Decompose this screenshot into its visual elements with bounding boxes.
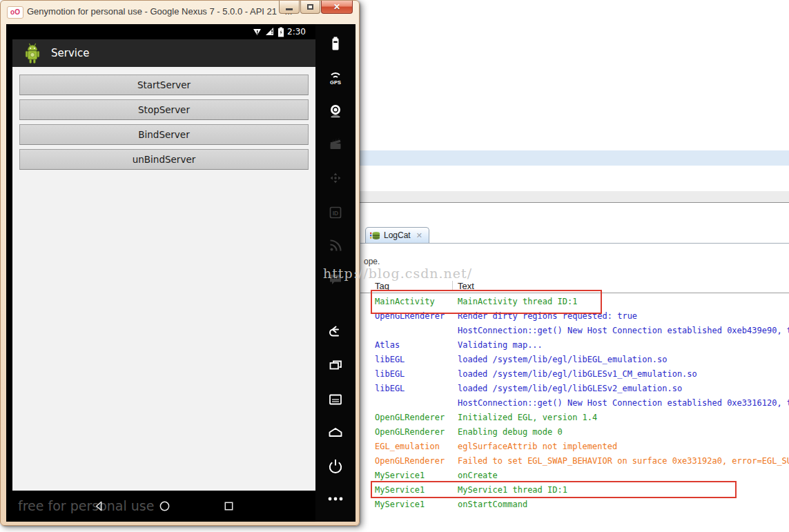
column-header-text[interactable]: Text: [452, 281, 789, 291]
gps-label: GPS: [330, 79, 341, 86]
recent-apps-icon[interactable]: [327, 357, 344, 374]
logcat-row[interactable]: AtlasValidating map...: [360, 337, 789, 352]
minimize-icon: [286, 8, 293, 10]
log-tag: OpenGLRenderer: [360, 311, 452, 321]
logcat-row[interactable]: libEGLloaded /system/lib/egl/libGLESv2_e…: [360, 381, 789, 395]
app-title: Service: [51, 47, 89, 59]
gps-icon[interactable]: GPS: [327, 69, 344, 88]
menu-icon[interactable]: [327, 391, 344, 408]
log-text: Enabling debug mode 0: [452, 427, 789, 437]
log-text: loaded /system/lib/egl/libEGL_emulation.…: [452, 355, 789, 364]
logcat-row[interactable]: OpenGLRendererFailed to set EGL_SWAP_BEH…: [360, 453, 789, 468]
device-screen: 2:30 Service StartServer: [6, 24, 355, 522]
log-tag: MyService1: [360, 500, 452, 509]
back-icon[interactable]: [327, 324, 344, 341]
logcat-table-header: Tag Text: [360, 279, 789, 293]
wifi-status-icon: [253, 27, 262, 37]
dpad-icon[interactable]: [327, 170, 344, 186]
logcat-row[interactable]: MyService1onStartCommand: [360, 497, 789, 511]
android-app: 2:30 Service StartServer: [12, 24, 315, 522]
tab-close-icon[interactable]: ✕: [416, 231, 422, 240]
column-header-tag[interactable]: Tag: [360, 281, 452, 291]
battery-status-icon: [277, 27, 284, 37]
camera-icon[interactable]: [327, 103, 344, 119]
logcat-row[interactable]: MainActivityMainActivity thread ID:1: [360, 294, 789, 308]
minimize-button[interactable]: [279, 1, 300, 14]
logcat-search-hint-partial: ope.: [364, 257, 380, 266]
tab-logcat[interactable]: LogCat ✕: [365, 227, 429, 243]
log-text: Failed to set EGL_SWAP_BEHAVIOR on surfa…: [452, 456, 789, 466]
free-license-watermark: free for personal use: [18, 498, 154, 513]
cell-signal-status-icon: [265, 27, 275, 37]
log-text: eglSurfaceAttrib not implemented: [452, 442, 789, 451]
log-tag: MainActivity: [360, 297, 452, 306]
stopserver-button[interactable]: StopServer: [19, 99, 309, 120]
android-nav-bar: free for personal use: [12, 491, 315, 522]
logcat-row[interactable]: EGL_emulationeglSurfaceAttrib not implem…: [360, 439, 789, 453]
log-text: HostConnection::get() New Host Connectio…: [452, 326, 789, 335]
battery-icon[interactable]: [327, 35, 344, 52]
log-tag: libEGL: [360, 369, 452, 379]
unbindserver-button[interactable]: unBindServer: [19, 149, 309, 170]
id-label: ID: [333, 210, 339, 217]
tab-logcat-label: LogCat: [384, 230, 411, 240]
bindserver-button[interactable]: BindServer: [19, 124, 309, 145]
maximize-button[interactable]: [300, 1, 320, 14]
log-text: MainActivity thread ID:1: [452, 297, 789, 306]
log-tag: MyService1: [360, 485, 452, 495]
network-icon[interactable]: [327, 237, 344, 254]
startserver-button[interactable]: StartServer: [19, 75, 309, 95]
android-robot-icon: [22, 41, 43, 65]
log-tag: libEGL: [360, 384, 452, 393]
logcat-tab-row: LogCat ✕: [360, 227, 789, 244]
window-title: Genymotion for personal use - Google Nex…: [27, 6, 292, 17]
clock: 2:30: [287, 27, 306, 37]
csdn-watermark: http://blog.csdn.net/: [323, 266, 472, 281]
logcat-row[interactable]: MyService1MyService1 thread ID:1: [360, 482, 789, 497]
log-text: HostConnection::get() New Host Connectio…: [452, 398, 789, 408]
action-bar: Service: [12, 39, 315, 67]
logcat-icon: [370, 230, 380, 241]
logcat-row[interactable]: HostConnection::get() New Host Connectio…: [360, 395, 789, 410]
logcat-table: MainActivityMainActivity thread ID:1 Ope…: [360, 294, 789, 511]
power-icon[interactable]: [326, 457, 345, 476]
log-tag: OpenGLRenderer: [360, 456, 452, 466]
back-nav-icon[interactable]: [93, 500, 105, 512]
logcat-row[interactable]: libEGLloaded /system/lib/egl/libEGL_emul…: [360, 352, 789, 366]
genymotion-logo-icon: oO: [7, 6, 23, 19]
more-icon[interactable]: [325, 494, 346, 504]
log-text: Initialized EGL, version 1.4: [452, 413, 789, 422]
recents-nav-icon[interactable]: [223, 500, 235, 512]
logcat-row[interactable]: OpenGLRendererRender dirty regions reque…: [360, 308, 789, 323]
log-text: onCreate: [452, 471, 789, 480]
device-id-icon[interactable]: ID: [327, 204, 344, 221]
logcat-row[interactable]: HostConnection::get() New Host Connectio…: [360, 323, 789, 337]
logcat-row[interactable]: libEGLloaded /system/lib/egl/libGLESv1_C…: [360, 366, 789, 381]
log-tag: Atlas: [360, 340, 452, 350]
log-text: loaded /system/lib/egl/libGLESv1_CM_emul…: [452, 369, 789, 379]
android-status-bar: 2:30: [12, 24, 315, 39]
window-titlebar[interactable]: oO Genymotion for personal use - Google …: [1, 1, 359, 23]
log-tag: libEGL: [360, 355, 452, 364]
home-nav-icon[interactable]: [159, 500, 171, 512]
log-tag: EGL_emulation: [360, 442, 452, 451]
log-text: loaded /system/lib/egl/libGLESv2_emulati…: [452, 384, 789, 393]
app-content: StartServer StopServer BindServer unBind…: [12, 67, 315, 491]
log-tag: OpenGLRenderer: [360, 413, 452, 422]
logcat-row[interactable]: OpenGLRendererInitialized EGL, version 1…: [360, 410, 789, 424]
log-text: MyService1 thread ID:1: [452, 485, 789, 495]
home-icon[interactable]: [327, 424, 344, 441]
log-tag: MyService1: [360, 471, 452, 480]
log-text: Validating map...: [452, 340, 789, 350]
screencast-icon[interactable]: [327, 136, 344, 152]
log-text: onStartCommand: [452, 500, 789, 509]
maximize-icon: [307, 4, 313, 10]
genymotion-window: oO Genymotion for personal use - Google …: [0, 0, 360, 526]
log-text: Render dirty regions requested: true: [452, 311, 789, 321]
log-tag: OpenGLRenderer: [360, 427, 452, 437]
logcat-row[interactable]: OpenGLRendererEnabling debug mode 0: [360, 424, 789, 439]
logcat-row[interactable]: MyService1onCreate: [360, 468, 789, 482]
close-button[interactable]: ✕: [321, 1, 353, 14]
